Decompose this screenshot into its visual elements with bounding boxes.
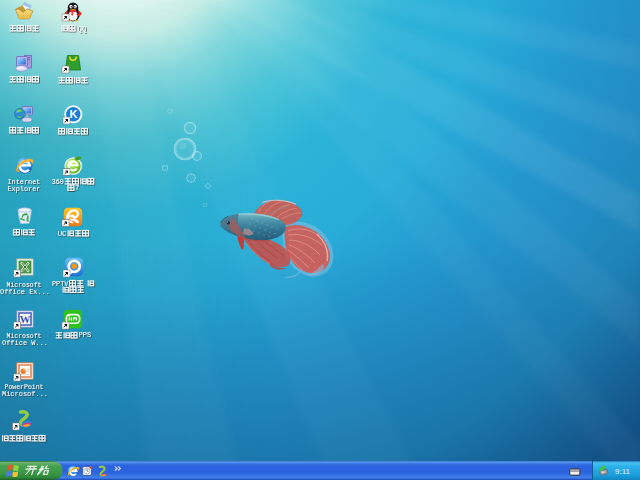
- svg-text:9:11: 9:11: [615, 467, 630, 476]
- svg-text:Office Ex...: Office Ex...: [0, 288, 50, 296]
- svg-text:W: W: [20, 313, 31, 325]
- svg-text:Microsof...: Microsof...: [2, 390, 48, 398]
- svg-text:K: K: [69, 108, 77, 120]
- svg-text:PPS: PPS: [78, 331, 91, 339]
- svg-text:7: 7: [75, 184, 79, 192]
- svg-text:Explorer: Explorer: [8, 185, 41, 193]
- svg-text:QQ: QQ: [78, 25, 87, 33]
- svg-text:PPTV: PPTV: [52, 280, 69, 288]
- svg-text:UC: UC: [58, 230, 67, 238]
- svg-text:360: 360: [52, 178, 64, 186]
- svg-text:Office W...: Office W...: [2, 339, 48, 347]
